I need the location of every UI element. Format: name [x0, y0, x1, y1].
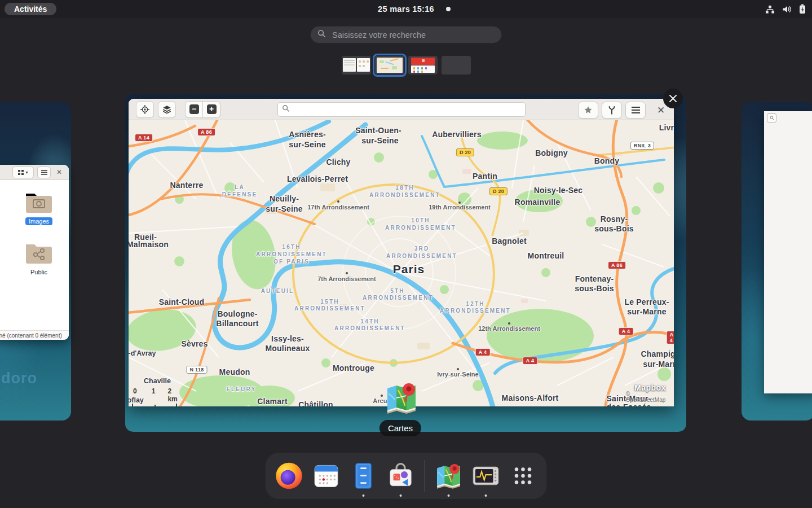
maps-search-entry[interactable]: [277, 102, 526, 117]
search-button[interactable]: [767, 113, 776, 122]
running-indicator-dot: [400, 494, 402, 497]
map-label: Levallois-Perret: [287, 174, 348, 183]
view-mode-button[interactable]: ▾: [12, 167, 34, 178]
dock-maps-icon[interactable]: [433, 460, 465, 492]
road-shield: D 20: [489, 187, 508, 195]
map-label: Moulineaux: [265, 344, 310, 353]
activities-button[interactable]: Activités: [5, 3, 56, 15]
dock-files-icon[interactable]: [348, 460, 379, 492]
favorites-button[interactable]: [578, 102, 598, 119]
road-shield: N 118: [186, 366, 207, 374]
map-canvas[interactable]: Asnières-sur-SeineSaint-Ouen-sur-SeineAu…: [129, 120, 674, 406]
header-right-controls: ✕: [578, 102, 668, 119]
files-menu-button[interactable]: [37, 167, 51, 178]
files-close-button[interactable]: ✕: [54, 167, 64, 178]
map-point-marker: [346, 272, 348, 274]
zoom-in-button[interactable]: +: [203, 101, 220, 118]
map-label: Noisy-le-Sec: [534, 186, 582, 195]
map-point-marker: [508, 322, 510, 325]
adjacent-window[interactable]: [764, 111, 812, 393]
volume-icon: [782, 5, 792, 14]
road-shield: A 4: [475, 348, 491, 356]
dock-software-icon[interactable]: [385, 460, 417, 492]
map-label: Montrouge: [333, 364, 374, 373]
map-label: Bondy: [594, 156, 620, 165]
minus-icon: −: [189, 104, 199, 114]
map-point-marker: [458, 202, 461, 204]
road-shield: A 14: [135, 134, 153, 142]
map-label: Châtillon: [298, 400, 333, 406]
window-title-label: Cartes: [379, 420, 421, 436]
folder-images[interactable]: Images: [1, 190, 69, 225]
map-label: sur-Seine: [266, 204, 303, 213]
map-label: 12TH: [466, 301, 484, 307]
map-label: LA: [235, 184, 245, 190]
map-label: Pantin: [473, 172, 497, 181]
map-label: ARRONDISSEMENT: [363, 295, 434, 301]
notification-dot: [446, 7, 451, 11]
layers-button[interactable]: [158, 101, 176, 118]
dock-firefox-icon[interactable]: [273, 460, 305, 492]
map-label: Chaville: [144, 377, 171, 385]
map-label: Sèvres: [181, 339, 208, 348]
files-window[interactable]: ▾ ✕ Images: [0, 165, 69, 340]
dash-dock: [266, 453, 547, 499]
road-shield: A 86: [608, 261, 626, 269]
map-label: Neuilly-: [270, 194, 299, 203]
road-shield: A 4: [667, 331, 674, 344]
zoom-controls: − +: [185, 101, 220, 118]
running-indicator-dot: [485, 494, 487, 497]
locate-button[interactable]: [136, 101, 154, 118]
close-icon: [669, 94, 677, 103]
maps-app-icon[interactable]: [383, 379, 420, 417]
road-shield: A 4: [619, 327, 634, 335]
map-label: ARRONDISSEMENT: [440, 308, 511, 314]
folder-public[interactable]: Public: [1, 241, 69, 276]
map-point-marker: [457, 368, 459, 370]
workspace-thumbnail-4[interactable]: [442, 56, 471, 75]
map-label: Montreuil: [528, 251, 564, 260]
map-label: sur-Marne: [627, 307, 666, 316]
zoom-out-button[interactable]: −: [185, 101, 203, 118]
system-status-area[interactable]: [765, 0, 806, 18]
maps-search-input[interactable]: [293, 105, 521, 115]
map-label: Saint-Cloud: [159, 297, 205, 306]
dock-separator: [425, 460, 425, 492]
running-indicator-dot: [363, 494, 365, 497]
overview-close-window-button[interactable]: [663, 89, 683, 108]
maps-window[interactable]: − +: [129, 99, 674, 406]
map-label: ARRONDISSEMENT: [256, 251, 327, 257]
dock-app-grid-button[interactable]: [508, 460, 539, 492]
network-wired-icon: [765, 5, 775, 14]
map-label: sur-Seine: [361, 136, 399, 145]
workspace-peek-right[interactable]: [742, 102, 812, 421]
menu-button[interactable]: [625, 102, 646, 119]
map-label: 3RD: [414, 246, 430, 252]
workspace-thumbnail-1[interactable]: [342, 56, 371, 75]
map-label: ARRONDISSEMENT: [334, 325, 405, 331]
workspace-thumbnail-2-active[interactable]: [375, 56, 404, 75]
map-label: Issy-les-: [271, 334, 304, 343]
map-label: DÉFENSE: [222, 191, 258, 198]
workspace-thumbnail-3[interactable]: [408, 56, 438, 75]
maps-headerbar: − +: [129, 99, 674, 120]
running-indicator-dot: [448, 494, 450, 497]
route-button[interactable]: [602, 102, 622, 119]
overview-search[interactable]: [310, 26, 502, 43]
map-label: Meudon: [219, 367, 250, 376]
map-label: des-Fossés: [606, 402, 651, 406]
clock-button[interactable]: 25 mars 15:16: [378, 0, 434, 18]
osm-attribution: © OpenStreetMap: [626, 391, 666, 403]
search-input[interactable]: [331, 30, 495, 40]
map-label: 16TH: [282, 244, 301, 250]
dock-calendar-icon[interactable]: [311, 460, 342, 492]
map-label: Asnières-: [289, 130, 326, 139]
files-statusbar: nné (contenant 0 élément): [0, 330, 69, 340]
map-label: Nanterre: [170, 181, 203, 190]
wallpaper-watermark: doro: [1, 370, 37, 387]
map-label: Romainville: [515, 198, 561, 207]
map-label: sur-Seine: [289, 140, 326, 149]
map-label: ARRONDISSEMENT: [386, 253, 457, 259]
dock-system-monitor-icon[interactable]: [470, 460, 502, 492]
map-label: Rosny-: [601, 214, 628, 224]
